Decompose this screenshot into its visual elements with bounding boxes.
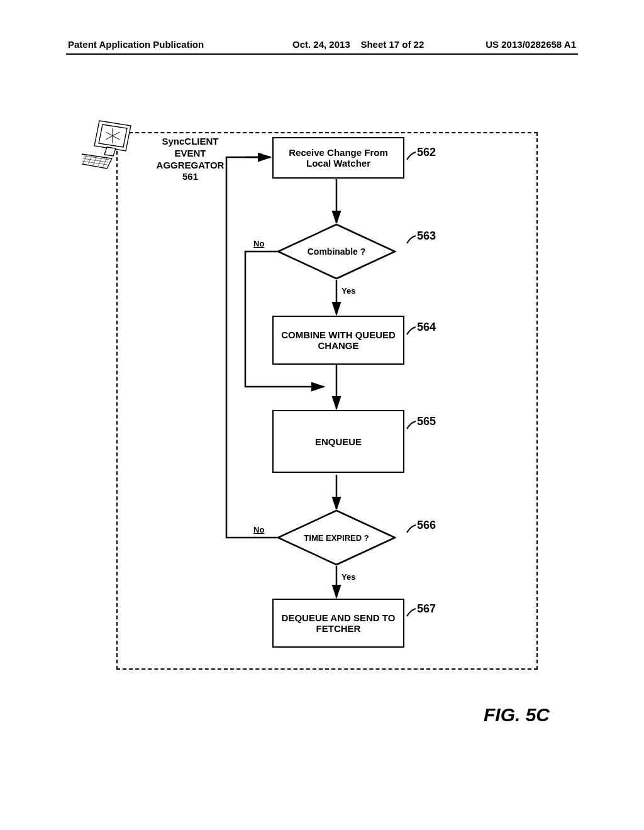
ref-563-text: 563 <box>417 230 436 242</box>
page: Patent Application Publication Oct. 24, … <box>0 0 644 830</box>
ref-563: 563 <box>417 230 436 243</box>
ref-565-text: 565 <box>417 415 436 428</box>
box-combine-queued: COMBINE WITH QUEUED CHANGE <box>272 316 404 365</box>
diamond-566-text: TIME EXPIRED ? <box>277 509 396 566</box>
label-no-563: No <box>253 239 264 248</box>
box-562-text: Receive Change From Local Watcher <box>277 147 399 169</box>
ref-564-text: 564 <box>417 321 436 333</box>
header-sheet: Sheet 17 of 22 <box>360 39 424 50</box>
box-567-text: DEQUEUE AND SEND TO FETCHER <box>277 612 399 634</box>
diamond-combinable: Combinable ? <box>277 223 396 280</box>
connectors <box>116 132 538 670</box>
ref-562-text: 562 <box>417 146 436 158</box>
label-yes-563: Yes <box>341 286 355 296</box>
box-565-text: ENQUEUE <box>315 436 362 447</box>
figure-caption: FIG. 5C <box>484 704 550 726</box>
box-enqueue: ENQUEUE <box>272 410 404 473</box>
diamond-time-expired: TIME EXPIRED ? <box>277 509 396 566</box>
header-right: US 2013/0282658 A1 <box>486 39 576 50</box>
ref-564: 564 <box>417 321 436 334</box>
box-564-text: COMBINE WITH QUEUED CHANGE <box>277 329 399 351</box>
header-middle: Oct. 24, 2013 Sheet 17 of 22 <box>292 39 424 50</box>
diamond-563-text: Combinable ? <box>277 223 396 280</box>
header-rule <box>66 53 578 55</box>
header-date: Oct. 24, 2013 <box>292 39 350 50</box>
ref-567: 567 <box>417 602 436 616</box>
ref-566: 566 <box>417 519 436 532</box>
label-no-566: No <box>253 525 264 534</box>
box-dequeue-send: DEQUEUE AND SEND TO FETCHER <box>272 599 404 648</box>
ref-566-text: 566 <box>417 519 436 531</box>
label-yes-566: Yes <box>341 572 355 582</box>
box-receive-change: Receive Change From Local Watcher <box>272 137 404 179</box>
header-left: Patent Application Publication <box>68 39 204 50</box>
svg-marker-8 <box>104 147 116 156</box>
ref-562: 562 <box>417 146 436 159</box>
ref-567-text: 567 <box>417 602 436 615</box>
flowchart-diagram: SyncCLIENT EVENT AGGREGATOR 561 <box>116 132 538 670</box>
ref-565: 565 <box>417 415 436 428</box>
